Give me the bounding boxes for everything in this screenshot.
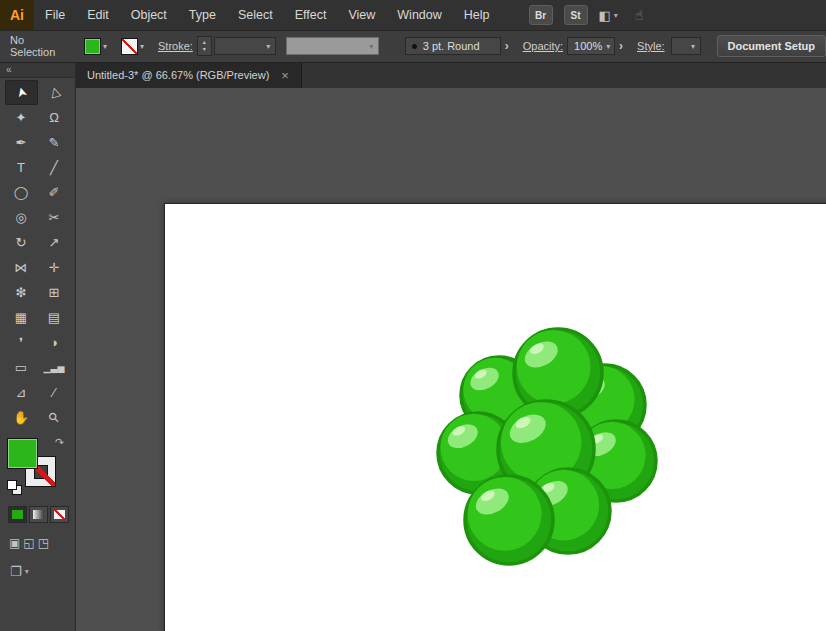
shape-builder-tool[interactable]: ◎ xyxy=(5,205,38,230)
chevron-down-icon[interactable]: ▾ xyxy=(687,42,700,51)
eyedropper-tool[interactable]: ❜ xyxy=(5,330,38,355)
none-button[interactable] xyxy=(50,506,69,523)
zoom-tool[interactable]: ⚲ xyxy=(38,405,71,430)
artboard[interactable] xyxy=(164,203,826,631)
gradient-chip-icon xyxy=(33,510,44,519)
free-transform-tool-icon: ✛ xyxy=(49,260,60,275)
blend-tool[interactable]: ◑ xyxy=(38,330,71,355)
collapse-panel-button[interactable]: « xyxy=(6,64,12,75)
menu-object[interactable]: Object xyxy=(120,0,178,30)
gradient-button[interactable] xyxy=(29,506,48,523)
type-tool[interactable]: T xyxy=(5,155,38,180)
canvas-pasteboard[interactable] xyxy=(75,88,826,631)
default-fill-stroke-icon[interactable] xyxy=(7,480,23,494)
draw-inside-mode[interactable]: ◳ xyxy=(38,536,49,550)
perspective-grid-tool[interactable]: ⊞ xyxy=(38,280,71,305)
lasso-tool[interactable]: Ω xyxy=(38,105,71,130)
lasso-tool-icon: Ω xyxy=(49,110,59,125)
symbol-sprayer-tool[interactable]: ❇ xyxy=(5,280,38,305)
menu-type[interactable]: Type xyxy=(178,0,227,30)
stepper-down-icon[interactable]: ▾ xyxy=(203,46,206,53)
selection-status: No Selection xyxy=(10,34,70,58)
menu-select[interactable]: Select xyxy=(227,0,284,30)
draw-behind-mode[interactable]: ◱ xyxy=(23,536,34,550)
menu-effect[interactable]: Effect xyxy=(284,0,338,30)
gradient-tool[interactable]: ▤ xyxy=(38,305,71,330)
document-tab-title: Untitled-3* @ 66.67% (RGB/Preview) xyxy=(87,69,269,81)
draw-normal-mode[interactable]: ▣ xyxy=(9,536,20,550)
document-setup-button[interactable]: Document Setup xyxy=(717,35,826,57)
free-transform-tool[interactable]: ✛ xyxy=(38,255,71,280)
ellipse-tool[interactable]: ◯ xyxy=(5,180,38,205)
pen-tool[interactable]: ✒ xyxy=(5,130,38,155)
line-segment-tool[interactable]: ╱ xyxy=(38,155,71,180)
column-graph-tool-icon: ▁▃▅ xyxy=(44,363,65,373)
document-tab[interactable]: Untitled-3* @ 66.67% (RGB/Preview) × xyxy=(75,62,302,88)
pencil-tool-icon: ✎ xyxy=(49,135,60,150)
type-tool-icon: T xyxy=(17,160,25,175)
color-chip-icon xyxy=(12,510,23,519)
bridge-button[interactable]: Br xyxy=(529,5,553,25)
stroke-color-control[interactable]: ▾ xyxy=(121,38,144,55)
selection-tool-icon: ➤ xyxy=(12,85,29,99)
menu-bar: Ai FileEditObjectTypeSelectEffectViewWin… xyxy=(0,0,826,31)
rotate-tool[interactable]: ↻ xyxy=(5,230,38,255)
fill-control[interactable]: ▾ xyxy=(84,38,107,55)
stepper-up-icon[interactable]: ▴ xyxy=(203,39,206,46)
magic-wand-tool[interactable]: ✦ xyxy=(5,105,38,130)
opacity-combo[interactable]: 100% ▾ xyxy=(567,37,615,55)
fill-stroke-indicator: ↷ xyxy=(7,438,67,494)
graphic-style-combo[interactable]: ▾ xyxy=(671,37,701,55)
color-button[interactable] xyxy=(8,506,27,523)
brush-combo[interactable]: 3 pt. Round xyxy=(405,37,501,55)
chevron-down-icon: ▾ xyxy=(25,567,29,576)
pen-tool-icon: ✒ xyxy=(16,135,27,150)
swap-fill-stroke-icon[interactable]: ↷ xyxy=(55,436,64,449)
chevron-down-icon[interactable]: ▾ xyxy=(140,42,144,51)
stroke-weight-stepper[interactable]: ▴ ▾ xyxy=(197,36,212,56)
stock-button[interactable]: St xyxy=(564,5,588,25)
column-graph-tool[interactable]: ▁▃▅ xyxy=(38,355,71,380)
knife-tool[interactable]: ∕ xyxy=(38,380,71,405)
artboard-tool[interactable]: ▭ xyxy=(5,355,38,380)
style-label[interactable]: Style: xyxy=(637,40,665,52)
direct-selection-tool[interactable]: ▷ xyxy=(38,80,71,105)
chevron-right-icon[interactable]: › xyxy=(619,39,623,53)
color-type-buttons xyxy=(8,506,75,523)
green-sphere xyxy=(465,476,553,564)
tools-grid: ➤▷✦Ω✒✎T╱◯✐◎✂↻↗⋈✛❇⊞▦▤❜◑▭▁▃▅⊿∕✋⚲ xyxy=(5,80,71,430)
scale-tool[interactable]: ↗ xyxy=(38,230,71,255)
chevron-down-icon[interactable]: ▾ xyxy=(262,42,275,51)
rotate-tool-icon: ↻ xyxy=(16,235,27,250)
scissors-tool[interactable]: ✂ xyxy=(38,205,71,230)
menu-help[interactable]: Help xyxy=(453,0,501,30)
fill-proxy-swatch[interactable] xyxy=(7,438,38,469)
workspace-switcher[interactable]: ◧ ▾ xyxy=(599,8,618,23)
slice-tool[interactable]: ⊿ xyxy=(5,380,38,405)
stroke-color-swatch[interactable] xyxy=(121,38,138,55)
blend-tool-icon: ◑ xyxy=(50,335,58,350)
menu-file[interactable]: File xyxy=(34,0,76,30)
stroke-weight-combo[interactable]: ▾ xyxy=(214,37,276,55)
fill-color-swatch[interactable] xyxy=(84,38,101,55)
chevron-down-icon[interactable]: ▾ xyxy=(602,42,614,51)
menu-window[interactable]: Window xyxy=(386,0,452,30)
menu-view[interactable]: View xyxy=(337,0,386,30)
close-icon[interactable]: × xyxy=(281,69,289,82)
opacity-value: 100% xyxy=(574,40,602,52)
width-tool[interactable]: ⋈ xyxy=(5,255,38,280)
mesh-tool[interactable]: ▦ xyxy=(5,305,38,330)
chevron-right-icon[interactable]: › xyxy=(505,39,509,53)
screen-mode-button[interactable]: ❐ ▾ xyxy=(10,564,75,579)
chevron-down-icon[interactable]: ▾ xyxy=(103,42,107,51)
stroke-label[interactable]: Stroke: xyxy=(158,40,193,52)
paintbrush-tool[interactable]: ✐ xyxy=(38,180,71,205)
hand-tool[interactable]: ✋ xyxy=(5,405,38,430)
pencil-tool[interactable]: ✎ xyxy=(38,130,71,155)
artwork-svg[interactable] xyxy=(425,310,685,590)
selection-tool[interactable]: ➤ xyxy=(5,80,38,105)
workspace-icon: ◧ xyxy=(599,8,611,23)
width-profile-combo[interactable]: ▾ xyxy=(286,37,379,55)
opacity-label[interactable]: Opacity: xyxy=(523,40,563,52)
menu-edit[interactable]: Edit xyxy=(76,0,120,30)
